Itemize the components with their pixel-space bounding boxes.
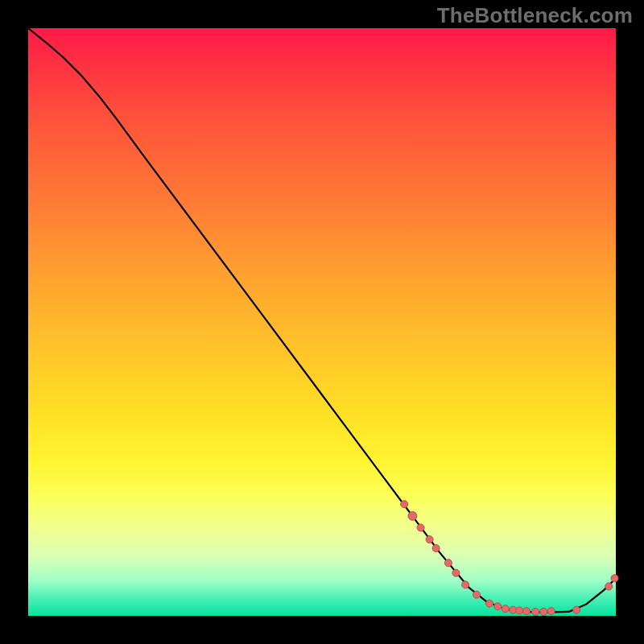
- data-marker: [540, 608, 547, 615]
- markers-group: [401, 501, 618, 616]
- data-marker: [462, 581, 469, 588]
- data-marker: [432, 545, 440, 552]
- chart-frame: TheBottleneck.com: [0, 0, 644, 644]
- data-marker: [473, 591, 480, 598]
- data-marker: [408, 512, 417, 521]
- data-marker: [426, 536, 433, 543]
- data-marker: [573, 606, 580, 613]
- data-marker: [417, 524, 424, 531]
- chart-overlay: [28, 28, 616, 616]
- data-marker: [547, 608, 555, 615]
- data-marker: [444, 559, 452, 567]
- watermark-text: TheBottleneck.com: [437, 3, 633, 28]
- data-marker: [605, 583, 613, 590]
- data-marker: [452, 569, 460, 576]
- data-marker: [516, 607, 523, 614]
- data-marker: [523, 608, 530, 615]
- bottleneck-curve: [28, 28, 616, 613]
- data-marker: [502, 605, 509, 613]
- data-marker: [531, 608, 539, 615]
- data-marker: [611, 575, 618, 582]
- data-marker: [486, 600, 493, 607]
- data-marker: [494, 603, 502, 610]
- data-marker: [401, 501, 408, 508]
